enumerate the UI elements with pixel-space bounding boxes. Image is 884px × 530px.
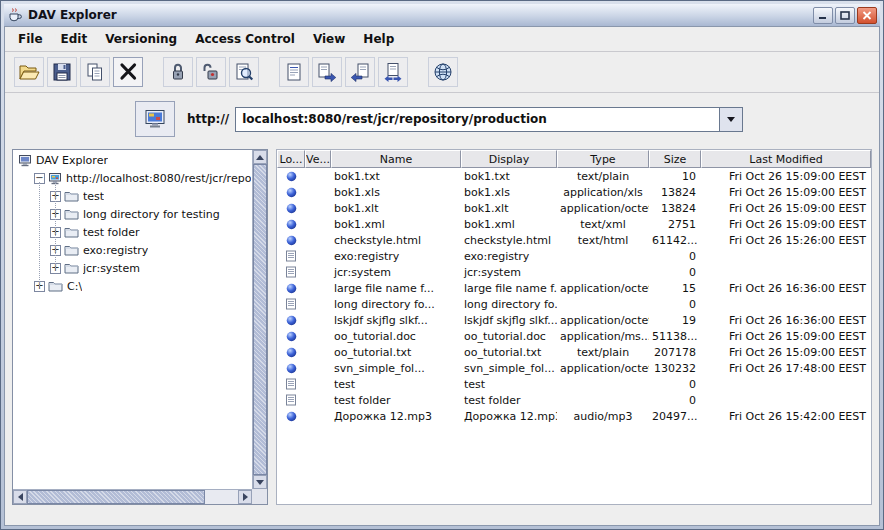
delete-button[interactable] (113, 57, 143, 87)
menu-file[interactable]: File (9, 29, 52, 49)
display-cell: test folder (461, 394, 557, 407)
folder-icon (64, 190, 79, 202)
tree-node[interactable]: +test folder (14, 223, 251, 241)
tree-vertical-scrollbar[interactable] (252, 150, 267, 489)
tree-node[interactable]: +exo:registry (14, 241, 251, 259)
table-row[interactable]: lskjdf skjflg slkf...lskjdf skjflg slkf.… (277, 312, 871, 328)
client-area: FileEditVersioningAccess ControlViewHelp… (4, 26, 880, 526)
lock-cell (277, 363, 305, 374)
copy-button[interactable] (80, 57, 110, 87)
folder-icon (64, 226, 79, 238)
menubar: FileEditVersioningAccess ControlViewHelp (5, 27, 879, 52)
scroll-right-button[interactable] (238, 490, 252, 504)
open-location-button[interactable] (135, 101, 175, 137)
scroll-left-button[interactable] (13, 490, 27, 504)
column-header-name[interactable]: Name (331, 150, 461, 168)
column-header-display[interactable]: Display (461, 150, 557, 168)
menu-versioning[interactable]: Versioning (96, 29, 186, 49)
tree-node[interactable]: +test (14, 187, 251, 205)
table-body: bok1.txtbok1.txttext/plain10Fri Oct 26 1… (277, 168, 871, 424)
folder-tree: DAV Explorer−http://localhost:8080/rest/… (14, 151, 251, 488)
tree-node[interactable]: −http://localhost:8080/rest/jcr/reposito… (14, 169, 251, 187)
folder-icon (64, 244, 79, 256)
tree-node[interactable]: +jcr:system (14, 259, 251, 277)
table-row[interactable]: oo_tutorial.docoo_tutorial.docapplicatio… (277, 328, 871, 344)
display-cell: oo_tutorial.txt (461, 346, 557, 359)
web-button[interactable] (428, 57, 458, 87)
size-cell: 0 (649, 266, 701, 279)
unlock-button[interactable] (196, 57, 226, 87)
tree-horizontal-scrollbar[interactable] (13, 489, 252, 504)
vertical-scroll-thumb[interactable] (253, 164, 267, 475)
url-value[interactable]: localhost:8080/rest/jcr/repository/produ… (236, 108, 719, 131)
protocol-label: http:// (187, 112, 229, 126)
maximize-button[interactable] (835, 7, 855, 24)
table-row[interactable]: bok1.txtbok1.txttext/plain10Fri Oct 26 1… (277, 168, 871, 184)
tree-node[interactable]: +long directory for testing (14, 205, 251, 223)
table-row[interactable]: svn_simple_fol...svn_simple_fol...applic… (277, 360, 871, 376)
scroll-up-button[interactable] (253, 150, 267, 164)
size-cell: 0 (649, 378, 701, 391)
close-button[interactable] (857, 7, 877, 24)
menu-help[interactable]: Help (354, 29, 403, 49)
save-button[interactable] (47, 57, 77, 87)
minimize-button[interactable] (813, 7, 833, 24)
get-file-button[interactable] (312, 57, 342, 87)
type-cell: application/octet... (557, 282, 649, 295)
table-row[interactable]: Дорожка 12.mp3Дорожка 12.mp3audio/mp3204… (277, 408, 871, 424)
name-cell: bok1.xls (331, 186, 461, 199)
synchronize-button[interactable] (378, 57, 408, 87)
app-window: DAV Explorer FileEditVersioningAccess Co… (0, 0, 884, 530)
window-footer (5, 511, 879, 525)
horizontal-scroll-thumb[interactable] (27, 490, 205, 504)
table-row[interactable]: testtest0 (277, 376, 871, 392)
url-combobox[interactable]: localhost:8080/rest/jcr/repository/produ… (235, 107, 743, 132)
open-button[interactable] (14, 57, 44, 87)
table-row[interactable]: oo_tutorial.txtoo_tutorial.txttext/plain… (277, 344, 871, 360)
size-cell: 15 (649, 282, 701, 295)
tree-node[interactable]: DAV Explorer (14, 151, 251, 169)
table-row[interactable]: bok1.xltbok1.xltapplication/octet...1382… (277, 200, 871, 216)
table-row[interactable]: exo:registryexo:registry0 (277, 248, 871, 264)
tree-connector-line (55, 182, 56, 268)
view-document-button[interactable] (279, 57, 309, 87)
file-icon (286, 235, 297, 246)
name-cell: long directory fo... (331, 298, 461, 311)
lock-button[interactable] (163, 57, 193, 87)
table-header: Lo...Ve...NameDisplayTypeSizeLast Modifi… (277, 150, 871, 168)
menu-access-control[interactable]: Access Control (186, 29, 304, 49)
tree-node[interactable]: +C:\ (14, 277, 251, 295)
column-header-version[interactable]: Ve... (305, 150, 331, 168)
titlebar[interactable]: DAV Explorer (4, 4, 880, 26)
column-header-size[interactable]: Size (649, 150, 701, 168)
modified-cell: Fri Oct 26 15:26:00 EEST (701, 234, 871, 247)
table-row[interactable]: jcr:systemjcr:system0 (277, 264, 871, 280)
table-row[interactable]: checkstyle.htmlcheckstyle.htmltext/html6… (277, 232, 871, 248)
column-header-modified[interactable]: Last Modified (701, 150, 871, 168)
combo-dropdown-button[interactable] (719, 108, 742, 131)
column-header-type[interactable]: Type (557, 150, 649, 168)
put-file-button[interactable] (345, 57, 375, 87)
table-row[interactable]: long directory fo...long directory fo...… (277, 296, 871, 312)
scroll-down-button[interactable] (253, 475, 267, 489)
display-cell: long directory fo... (461, 298, 557, 311)
tree-node-label: exo:registry (83, 244, 148, 257)
table-row[interactable]: large file name f...large file name f...… (277, 280, 871, 296)
menu-view[interactable]: View (304, 29, 354, 49)
display-cell: test (461, 378, 557, 391)
column-header-lock[interactable]: Lo... (277, 150, 305, 168)
file-icon (286, 347, 297, 358)
file-icon (286, 331, 297, 342)
table-row[interactable]: bok1.xlsbok1.xlsapplication/xls13824Fri … (277, 184, 871, 200)
name-cell: bok1.xlt (331, 202, 461, 215)
display-cell: exo:registry (461, 250, 557, 263)
lock-cell (277, 187, 305, 198)
menu-edit[interactable]: Edit (52, 29, 97, 49)
view-properties-button[interactable] (229, 57, 259, 87)
table-row[interactable]: bok1.xmlbok1.xmltext/xml2751Fri Oct 26 1… (277, 216, 871, 232)
table-row[interactable]: test foldertest folder0 (277, 392, 871, 408)
lock-cell (277, 315, 305, 326)
connect-icon (143, 108, 167, 130)
lock-cell (277, 250, 305, 262)
name-cell: test folder (331, 394, 461, 407)
